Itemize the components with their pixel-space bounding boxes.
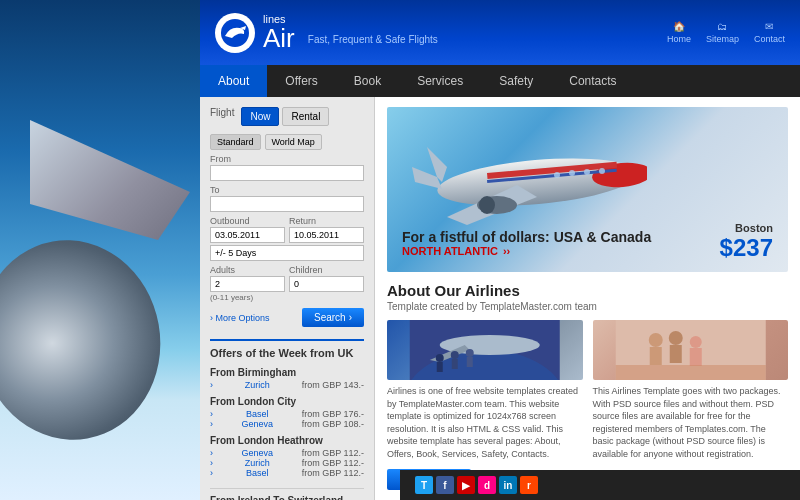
plane-svg — [407, 117, 647, 247]
offer-link-price: from GBP 112.- — [302, 448, 364, 458]
hero-banner-text: For a fistful of dollars: USA & Canada N… — [402, 229, 651, 257]
svg-point-22 — [466, 349, 474, 357]
outbound-input[interactable] — [210, 227, 285, 243]
home-nav-link[interactable]: 🏠 Home — [667, 21, 691, 44]
offer-heathrow-zurich[interactable]: Zurich from GBP 112.- — [210, 458, 364, 468]
option-standard[interactable]: Standard — [210, 134, 261, 150]
sitemap-label: Sitemap — [706, 34, 739, 44]
sidebar: Flight Now Rental Standard World Map Fro… — [200, 97, 375, 500]
to-input[interactable] — [210, 196, 364, 212]
offer-heathrow-geneva[interactable]: Geneva from GBP 112.- — [210, 448, 364, 458]
children-label: Children — [289, 265, 364, 275]
about-img-2-svg — [593, 320, 789, 380]
more-options-link[interactable]: More Options — [210, 313, 270, 323]
children-col: Children — [289, 261, 364, 292]
adults-input[interactable] — [210, 276, 285, 292]
hero-currency: $ — [720, 234, 733, 261]
hero-price-box: Boston $237 — [720, 222, 773, 262]
offer-link-price: from GBP 112.- — [302, 458, 364, 468]
home-icon: 🏠 — [673, 21, 685, 32]
tab-now[interactable]: Now — [241, 107, 279, 126]
offers-section: Offers of the Week from UK From Birmingh… — [210, 339, 364, 478]
plane-decoration — [0, 80, 210, 460]
nav-services[interactable]: Services — [399, 65, 481, 97]
return-label: Return — [289, 216, 364, 226]
svg-point-12 — [584, 169, 590, 175]
nights-input[interactable] — [210, 245, 364, 261]
about-image-1 — [387, 320, 583, 380]
content-area: Flight Now Rental Standard World Map Fro… — [200, 97, 800, 500]
children-input[interactable] — [289, 276, 364, 292]
main-content: For a fistful of dollars: USA & Canada N… — [375, 97, 800, 500]
offer-londoncity-basel[interactable]: Basel from GBP 176.- — [210, 409, 364, 419]
linkedin-icon[interactable]: in — [499, 476, 517, 494]
offer-londoncity-geneva[interactable]: Geneva from GBP 108.- — [210, 419, 364, 429]
from-input[interactable] — [210, 165, 364, 181]
offer-link-label: Basel — [246, 409, 269, 419]
rss-icon[interactable]: r — [520, 476, 538, 494]
hero-main-text: For a fistful of dollars: USA & Canada — [402, 229, 651, 245]
svg-point-20 — [451, 351, 459, 359]
contact-nav-link[interactable]: ✉ Contact — [754, 21, 785, 44]
logo-text-group: lines Air — [263, 14, 295, 51]
return-col: Return — [289, 212, 364, 243]
svg-rect-31 — [615, 365, 765, 380]
ireland-title: From Ireland To Switzerland — [210, 495, 364, 500]
adults-label: Adults — [210, 265, 285, 275]
youtube-icon[interactable]: ▶ — [457, 476, 475, 494]
delicious-icon[interactable]: d — [478, 476, 496, 494]
logo-svg — [220, 18, 250, 48]
nav-book[interactable]: Book — [336, 65, 399, 97]
ireland-section: From Ireland To Switzerland From Dublin … — [210, 488, 364, 500]
nav-bar: About Offers Book Services Safety Contac… — [200, 65, 800, 97]
about-col-2: This Airlines Template goes with two pac… — [593, 320, 789, 461]
nav-contacts[interactable]: Contacts — [551, 65, 634, 97]
svg-point-29 — [689, 336, 701, 348]
offer-link-label: Zurich — [245, 458, 270, 468]
twitter-icon[interactable]: T — [415, 476, 433, 494]
plane-engine — [0, 226, 176, 454]
logo-area: lines Air Fast, Frequent & Safe Flights — [215, 13, 438, 53]
offers-title: Offers of the Week from UK — [210, 347, 364, 359]
plane-wing — [30, 120, 190, 240]
tab-rental[interactable]: Rental — [282, 107, 329, 126]
offer-city-london-city: From London City — [210, 396, 364, 407]
outbound-label: Outbound — [210, 216, 285, 226]
nav-safety[interactable]: Safety — [481, 65, 551, 97]
offer-birmingham-zurich[interactable]: Zurich from GBP 143.- — [210, 380, 364, 390]
offer-city-heathrow: From London Heathrow — [210, 435, 364, 446]
to-label: To — [210, 185, 364, 195]
svg-point-9 — [479, 196, 495, 214]
offer-link-price: from GBP 108.- — [302, 419, 364, 429]
logo-main: Air — [263, 25, 295, 51]
offer-link-label: Geneva — [242, 448, 274, 458]
offer-heathrow-basel[interactable]: Basel from GBP 112.- — [210, 468, 364, 478]
contact-label: Contact — [754, 34, 785, 44]
nav-offers[interactable]: Offers — [267, 65, 335, 97]
search-button[interactable]: Search — [302, 308, 364, 327]
home-label: Home — [667, 34, 691, 44]
nav-about[interactable]: About — [200, 65, 267, 97]
svg-rect-23 — [467, 357, 473, 367]
offer-link-price: from GBP 112.- — [302, 468, 364, 478]
hero-price: $237 — [720, 234, 773, 262]
dates-row: Outbound Return — [210, 212, 364, 243]
svg-point-27 — [668, 331, 682, 345]
hero-plane — [407, 117, 647, 247]
logo-icon — [215, 13, 255, 53]
from-label: From — [210, 154, 364, 164]
svg-rect-19 — [437, 362, 443, 372]
offer-link-label: Zurich — [245, 380, 270, 390]
option-worldmap[interactable]: World Map — [265, 134, 322, 150]
about-cols: Airlines is one of free website template… — [387, 320, 788, 461]
return-input[interactable] — [289, 227, 364, 243]
footer: T f ▶ d in r Website template designed b… — [400, 470, 800, 500]
svg-point-25 — [648, 333, 662, 347]
svg-rect-21 — [452, 359, 458, 369]
facebook-icon[interactable]: f — [436, 476, 454, 494]
children-ages: (0-11 years) — [210, 293, 364, 302]
form-options-row: Standard World Map — [210, 134, 364, 150]
about-subtitle: Template created by TemplateMaster.com t… — [387, 301, 788, 312]
sitemap-nav-link[interactable]: 🗂 Sitemap — [706, 21, 739, 44]
offer-link-price: from GBP 143.- — [302, 380, 364, 390]
